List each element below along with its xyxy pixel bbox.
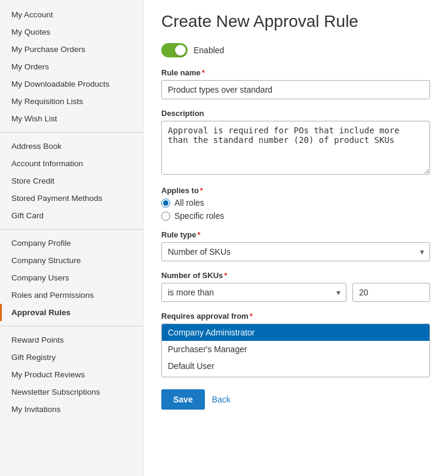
approval-option-default-user[interactable]: Default User	[162, 358, 429, 374]
rule-name-required: *	[202, 68, 205, 77]
sidebar-item-gift-registry[interactable]: Gift Registry	[0, 349, 143, 366]
radio-all-roles[interactable]: All roles	[161, 198, 430, 208]
sidebar-item-roles-and-permissions[interactable]: Roles and Permissions	[0, 286, 143, 304]
button-row: Save Back	[161, 389, 430, 410]
requires-approval-group: Requires approval from* Company Administ…	[161, 312, 430, 377]
sidebar-item-company-users[interactable]: Company Users	[0, 269, 143, 286]
sidebar-divider-1	[0, 132, 143, 133]
sidebar-item-my-downloadable-products[interactable]: My Downloadable Products	[0, 75, 143, 93]
enabled-toggle-row: Enabled	[161, 43, 430, 57]
rule-type-select[interactable]: Order Total Shipping Cost Number of SKUs…	[161, 242, 430, 261]
sidebar-item-account-information[interactable]: Account Information	[0, 155, 143, 172]
sidebar-item-gift-card[interactable]: Gift Card	[0, 207, 143, 224]
rule-type-select-wrapper: Order Total Shipping Cost Number of SKUs…	[161, 242, 430, 261]
sku-condition-wrapper: is more than is less than is equal to is…	[161, 283, 346, 302]
sidebar-item-my-quotes[interactable]: My Quotes	[0, 23, 143, 41]
sku-condition-select[interactable]: is more than is less than is equal to is…	[161, 283, 346, 302]
rule-type-label: Rule type*	[161, 230, 430, 239]
sidebar-item-my-orders[interactable]: My Orders	[0, 58, 143, 75]
description-textarea[interactable]: Approval is required for POs that includ…	[161, 121, 430, 175]
approval-option-purchasers-manager[interactable]: Purchaser's Manager	[162, 341, 429, 358]
sidebar-divider-3	[0, 326, 143, 327]
sku-row: is more than is less than is equal to is…	[161, 283, 430, 302]
sidebar-item-my-account[interactable]: My Account	[0, 6, 143, 23]
sidebar-item-store-credit[interactable]: Store Credit	[0, 172, 143, 190]
rule-name-label: Rule name*	[161, 68, 430, 77]
sidebar-item-reward-points[interactable]: Reward Points	[0, 331, 143, 349]
description-label: Description	[161, 109, 430, 118]
number-of-skus-required: *	[224, 271, 227, 280]
enabled-toggle[interactable]	[161, 43, 188, 57]
sidebar: My Account My Quotes My Purchase Orders …	[0, 0, 143, 476]
radio-all-roles-label: All roles	[174, 198, 204, 208]
approval-option-company-administrator[interactable]: Company Administrator	[162, 324, 429, 341]
number-of-skus-group: Number of SKUs* is more than is less tha…	[161, 271, 430, 302]
main-content: Create New Approval Rule Enabled Rule na…	[143, 0, 448, 476]
sidebar-item-approval-rules[interactable]: Approval Rules	[0, 304, 143, 321]
rule-type-group: Rule type* Order Total Shipping Cost Num…	[161, 230, 430, 261]
sidebar-item-my-wish-list[interactable]: My Wish List	[0, 110, 143, 127]
save-button[interactable]: Save	[161, 389, 205, 410]
sku-amount-input[interactable]	[352, 283, 430, 302]
radio-specific-roles[interactable]: Specific roles	[161, 211, 430, 221]
rule-type-required: *	[198, 230, 201, 239]
sidebar-item-stored-payment-methods[interactable]: Stored Payment Methods	[0, 190, 143, 207]
sidebar-item-my-product-reviews[interactable]: My Product Reviews	[0, 366, 143, 383]
number-of-skus-label: Number of SKUs*	[161, 271, 430, 280]
description-group: Description Approval is required for POs…	[161, 109, 430, 176]
sidebar-item-my-purchase-orders[interactable]: My Purchase Orders	[0, 41, 143, 58]
rule-name-group: Rule name*	[161, 68, 430, 99]
back-button[interactable]: Back	[212, 389, 231, 410]
requires-approval-label: Requires approval from*	[161, 312, 430, 321]
applies-to-required: *	[200, 186, 203, 195]
sidebar-item-company-profile[interactable]: Company Profile	[0, 234, 143, 252]
sidebar-item-newsletter-subscriptions[interactable]: Newsletter Subscriptions	[0, 383, 143, 401]
rule-name-input[interactable]	[161, 80, 430, 99]
sidebar-item-address-book[interactable]: Address Book	[0, 138, 143, 155]
sidebar-item-my-requisition-lists[interactable]: My Requisition Lists	[0, 93, 143, 110]
radio-specific-roles-label: Specific roles	[174, 211, 224, 221]
page-title: Create New Approval Rule	[161, 12, 430, 31]
sidebar-item-my-invitations[interactable]: My Invitations	[0, 401, 143, 418]
applies-to-label: Applies to*	[161, 186, 430, 195]
applies-to-radio-group: All roles Specific roles	[161, 198, 430, 221]
sidebar-divider-2	[0, 229, 143, 230]
approval-from-list[interactable]: Company Administrator Purchaser's Manage…	[161, 324, 430, 377]
sidebar-item-company-structure[interactable]: Company Structure	[0, 252, 143, 269]
requires-approval-required: *	[250, 312, 253, 321]
applies-to-group: Applies to* All roles Specific roles	[161, 186, 430, 221]
enabled-label: Enabled	[194, 45, 224, 55]
